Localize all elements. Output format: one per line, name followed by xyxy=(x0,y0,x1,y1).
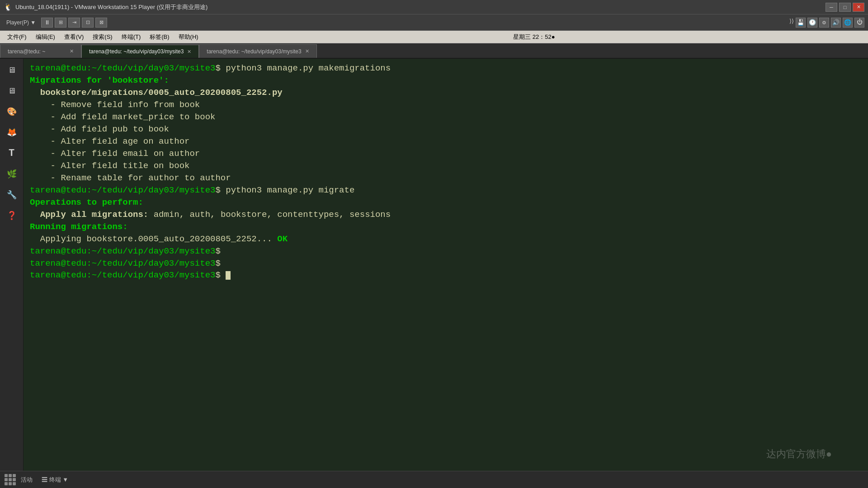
unity-button[interactable]: ⊠ xyxy=(95,18,107,28)
power-icon[interactable]: ⏻ xyxy=(854,18,864,28)
menu-edit[interactable]: 编辑(E) xyxy=(32,32,59,42)
title-bar: 🐧 Ubuntu_18.04(1911) - VMware Workstatio… xyxy=(0,0,868,14)
cmd-5: $ xyxy=(215,270,226,280)
send-ctrl-alt-del-button[interactable]: ⊞ xyxy=(55,18,66,28)
applying-text: Applying bookstore.0005_auto_20200805_22… xyxy=(30,234,277,244)
menu-help[interactable]: 帮助(H) xyxy=(175,32,202,42)
tab-3-label: tarena@tedu: ~/tedu/vip/day03/mysite3 xyxy=(207,48,301,55)
tab-2-close[interactable]: ✕ xyxy=(187,49,191,55)
paint-icon: 🎨 xyxy=(7,107,17,117)
toolbar: Player(P) ▼ ⏸ ⊞ ⇥ ⊡ ⊠ ⟩⟩ 💾 🕐 ⚙ 🔊 🌐 ⏻ xyxy=(0,14,868,31)
firefox-icon: 🦊 xyxy=(7,127,17,137)
menu-file[interactable]: 文件(F) xyxy=(4,32,30,42)
grid-dot xyxy=(9,478,12,481)
help-icon: ❓ xyxy=(7,211,17,221)
menu-tab[interactable]: 标签(B) xyxy=(146,32,173,42)
network-icon[interactable]: 🌐 xyxy=(843,18,853,28)
prompt-5: tarena@tedu:~/tedu/vip/day03/mysite3 xyxy=(30,270,215,280)
cmd-4: $ xyxy=(215,258,220,268)
terminal-cursor xyxy=(226,271,231,280)
grid-dot xyxy=(13,482,16,485)
taskbar-terminal[interactable]: ☰ 终端 ▼ xyxy=(37,475,73,485)
tab-3[interactable]: tarena@tedu: ~/tedu/vip/day03/mysite3 ✕ xyxy=(199,44,316,58)
grid-dot xyxy=(13,474,16,477)
close-button[interactable]: ✕ xyxy=(853,3,864,12)
terminal-line-16: tarena@tedu:~/tedu/vip/day03/mysite3$ xyxy=(30,245,862,258)
terminal-line-15: Applying bookstore.0005_auto_20200805_22… xyxy=(30,233,862,245)
taskbar-terminal-label: ☰ 终端 ▼ xyxy=(42,476,68,484)
toolbar-right-icons: ⟩⟩ 💾 🕐 ⚙ 🔊 🌐 ⏻ xyxy=(789,18,864,28)
tab-2[interactable]: tarena@tedu: ~/tedu/vip/day03/mysite3 ✕ xyxy=(81,44,199,58)
sidebar-item-settings[interactable]: 🔧 xyxy=(2,185,21,204)
taskbar-activities[interactable]: 活动 xyxy=(16,475,37,485)
grid-dot xyxy=(5,478,8,481)
maximize-button[interactable]: □ xyxy=(839,3,851,12)
window-title: Ubuntu_18.04(1911) - VMware Workstation … xyxy=(15,3,208,11)
grid-dot xyxy=(5,474,8,477)
cmd-3: $ xyxy=(215,246,220,256)
menu-view[interactable]: 查看(V) xyxy=(61,32,87,42)
tab-bar: tarena@tedu: ~ ✕ tarena@tedu: ~/tedu/vip… xyxy=(0,43,868,59)
usb-icon[interactable]: 💾 xyxy=(796,18,806,28)
sidebar: 🖥 🖥 🎨 🦊 T 🌿 🔧 ❓ xyxy=(0,59,24,471)
pause-button[interactable]: ⏸ xyxy=(41,18,53,28)
fullscreen-button[interactable]: ⊡ xyxy=(82,18,94,28)
terminal-line-2: Migrations for 'bookstore': xyxy=(30,75,862,87)
terminal-line-9: - Alter field title on book xyxy=(30,160,862,172)
terminal-line-17: tarena@tedu:~/tedu/vip/day03/mysite3$ xyxy=(30,258,862,270)
title-bar-controls: ─ □ ✕ xyxy=(826,3,864,12)
terminal-line-18: tarena@tedu:~/tedu/vip/day03/mysite3$ xyxy=(30,269,862,282)
grid-dot xyxy=(13,478,16,481)
sidebar-item-pc2[interactable]: 🖥 xyxy=(2,81,21,100)
terminal-line-8: - Alter field email on author xyxy=(30,148,862,160)
grid-dot xyxy=(9,482,12,485)
clock-icon[interactable]: 🕐 xyxy=(807,18,817,28)
taskbar-apps-button[interactable] xyxy=(4,474,16,486)
tab-3-close[interactable]: ✕ xyxy=(305,48,309,54)
cmd-2: $ python3 manage.py migrate xyxy=(215,185,354,195)
settings-icon: 🔧 xyxy=(7,190,17,200)
title-bar-left: 🐧 Ubuntu_18.04(1911) - VMware Workstatio… xyxy=(4,3,208,12)
terminal-line-4: - Remove field info from book xyxy=(30,99,862,111)
prompt-4: tarena@tedu:~/tedu/vip/day03/mysite3 xyxy=(30,258,215,268)
prompt-2: tarena@tedu:~/tedu/vip/day03/mysite3 xyxy=(30,185,215,195)
settings-icon[interactable]: ⚙ xyxy=(819,18,829,28)
main-area: 🖥 🖥 🎨 🦊 T 🌿 🔧 ❓ tarena@tedu:~/tedu/vip/d… xyxy=(0,59,868,471)
tab-1-close[interactable]: ✕ xyxy=(70,48,74,54)
cmd-1: $ python3 manage.py makemigrations xyxy=(215,63,391,73)
terminal-line-7: - Alter field age on author xyxy=(30,136,862,148)
player-menu-button[interactable]: Player(P) ▼ xyxy=(4,19,38,27)
prompt-3: tarena@tedu:~/tedu/vip/day03/mysite3 xyxy=(30,246,215,256)
terminal-line-5: - Add field market_price to book xyxy=(30,111,862,123)
menu-terminal[interactable]: 终端(T) xyxy=(118,32,145,42)
toolbar-right: ⟩⟩ 💾 🕐 ⚙ 🔊 🌐 ⏻ xyxy=(789,18,864,28)
sidebar-item-firefox[interactable]: 🦊 xyxy=(2,123,21,142)
sidebar-item-text[interactable]: T xyxy=(2,144,21,163)
text-icon: T xyxy=(9,148,14,159)
sidebar-item-pc[interactable]: 🖥 xyxy=(2,61,21,80)
grid-dot xyxy=(5,482,8,485)
ok-text: OK xyxy=(277,234,288,244)
removable-devices-button[interactable]: ⇥ xyxy=(68,18,80,28)
files-icon: 🌿 xyxy=(7,169,17,179)
apply-all-text: Apply all migrations: xyxy=(30,210,148,220)
clock: 星期三 22：52● xyxy=(513,33,555,41)
terminal-line-1: tarena@tedu:~/tedu/vip/day03/mysite3$ py… xyxy=(30,62,862,75)
tab-1[interactable]: tarena@tedu: ~ ✕ xyxy=(0,44,81,58)
sidebar-item-files[interactable]: 🌿 xyxy=(2,164,21,183)
minimize-button[interactable]: ─ xyxy=(826,3,837,12)
terminal-line-12: Operations to perform: xyxy=(30,197,862,209)
volume-icon[interactable]: 🔊 xyxy=(831,18,841,28)
tab-1-label: tarena@tedu: ~ xyxy=(8,48,45,55)
terminal[interactable]: tarena@tedu:~/tedu/vip/day03/mysite3$ py… xyxy=(24,59,868,471)
sidebar-item-paint[interactable]: 🎨 xyxy=(2,102,21,121)
taskbar-activities-label: 活动 xyxy=(21,476,33,484)
sidebar-item-help[interactable]: ❓ xyxy=(2,206,21,225)
menu-search[interactable]: 搜索(S) xyxy=(89,32,116,42)
taskbar: 活动 ☰ 终端 ▼ xyxy=(0,471,868,488)
terminal-line-13: Apply all migrations: admin, auth, books… xyxy=(30,209,862,221)
grid-dot xyxy=(9,474,12,477)
menu-bar: 文件(F) 编辑(E) 查看(V) 搜索(S) 终端(T) 标签(B) 帮助(H… xyxy=(0,31,868,43)
pc-icon: 🖥 xyxy=(8,66,16,75)
toolbar-right-text: ⟩⟩ xyxy=(789,18,794,28)
